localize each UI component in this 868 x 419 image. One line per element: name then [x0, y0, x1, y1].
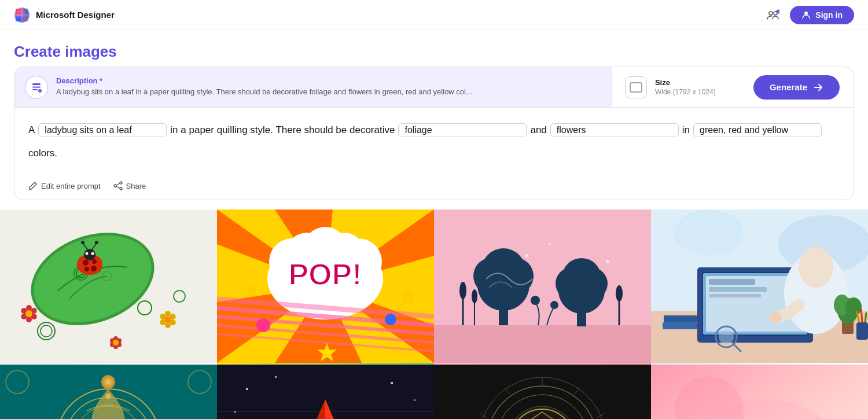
svg-point-6: [769, 12, 773, 15]
size-label: Size: [655, 78, 716, 87]
svg-rect-11: [32, 83, 41, 85]
svg-rect-99: [434, 325, 651, 363]
image-cell-pixel[interactable]: [217, 365, 434, 419]
size-icon: [625, 76, 647, 98]
share-prompt-button[interactable]: Share: [113, 181, 146, 190]
page-title: Create images: [14, 43, 854, 61]
prompt-suffix: colors.: [28, 144, 57, 163]
image-cell-laptop[interactable]: [651, 210, 868, 365]
svg-point-109: [496, 258, 534, 295]
prompt-editor: A in a paper quilling style. There shoul…: [14, 108, 854, 171]
pixel-svg: [217, 365, 434, 419]
size-text-block: Size Wide (1792 x 1024): [655, 78, 716, 96]
share-people-icon: +: [767, 9, 779, 21]
svg-rect-174: [217, 411, 434, 412]
edit-prompt-button[interactable]: Edit entire prompt: [28, 181, 101, 190]
prompt-input-flowers[interactable]: [550, 123, 679, 137]
quilling-svg: [0, 210, 217, 363]
svg-point-101: [459, 282, 466, 299]
svg-point-143: [845, 297, 862, 316]
svg-point-37: [91, 252, 94, 255]
image-cell-illustration[interactable]: [434, 210, 651, 365]
description-value: A ladybug sits on a leaf in a paper quil…: [56, 87, 472, 97]
page-title-accent: images: [65, 43, 117, 60]
svg-rect-129: [709, 279, 755, 285]
svg-point-33: [92, 259, 97, 264]
svg-rect-131: [709, 294, 761, 297]
svg-point-43: [26, 305, 32, 311]
share-label: Share: [126, 182, 146, 190]
generate-button[interactable]: Generate: [753, 75, 840, 100]
svg-rect-130: [709, 287, 767, 292]
svg-point-41: [95, 241, 98, 244]
svg-point-117: [550, 301, 558, 309]
app-name: Microsoft Designer: [36, 10, 115, 20]
svg-point-35: [91, 266, 97, 271]
prompt-input-subject[interactable]: [38, 123, 167, 137]
laptop-svg: [651, 210, 868, 363]
description-label: Description *: [56, 76, 472, 85]
svg-rect-16: [630, 83, 642, 92]
page-title-static: Create: [14, 43, 65, 60]
page-title-section: Create images: [0, 30, 868, 67]
svg-point-34: [84, 267, 89, 271]
svg-point-49: [25, 310, 32, 317]
svg-point-50: [165, 311, 171, 317]
image-cell-quilling[interactable]: [0, 210, 217, 365]
svg-point-114: [575, 267, 608, 300]
svg-line-147: [865, 313, 866, 322]
microsoft-logo: [14, 7, 30, 23]
svg-point-123: [674, 210, 744, 256]
svg-point-5: [14, 8, 30, 23]
svg-line-146: [861, 309, 862, 322]
svg-point-94: [385, 314, 396, 325]
svg-point-67: [113, 340, 119, 346]
svg-point-133: [799, 247, 833, 288]
arrow-right-icon: [813, 82, 823, 93]
svg-point-46: [26, 317, 32, 322]
svg-text:POP!: POP!: [288, 258, 362, 291]
svg-point-134: [770, 311, 781, 323]
svg-point-31: [84, 249, 95, 260]
svg-rect-13: [32, 89, 38, 90]
svg-rect-178: [275, 376, 277, 378]
svg-text:+: +: [39, 89, 41, 93]
image-cell-dark-circle[interactable]: [434, 365, 651, 419]
svg-point-17: [120, 182, 122, 184]
svg-rect-139: [664, 315, 697, 322]
image-grid: POP!: [0, 210, 868, 419]
share-people-button[interactable]: +: [764, 6, 782, 24]
sign-in-button[interactable]: Sign in: [790, 6, 854, 24]
svg-point-165: [106, 380, 111, 384]
svg-point-120: [606, 260, 609, 263]
image-cell-ornate[interactable]: [0, 365, 217, 419]
prompt-in: in: [682, 120, 690, 140]
svg-point-56: [164, 316, 171, 323]
image-cell-gradient[interactable]: [651, 365, 868, 419]
svg-point-36: [86, 252, 89, 255]
svg-point-32: [83, 260, 89, 266]
edit-icon: [28, 181, 38, 190]
prompt-middle1: in a paper quilling style. There should …: [170, 120, 395, 140]
pop-svg: POP!: [217, 210, 434, 363]
svg-point-95: [247, 286, 256, 295]
svg-rect-181: [234, 411, 236, 413]
svg-point-10: [804, 12, 808, 15]
prompt-top-row: + Description * A ladybug sits on a leaf…: [14, 67, 854, 108]
svg-rect-179: [391, 382, 393, 384]
image-cell-pop[interactable]: POP!: [217, 210, 434, 365]
gradient-svg: [651, 365, 868, 419]
svg-text:+: +: [778, 10, 779, 13]
prompt-editor-line: A in a paper quilling style. There shoul…: [28, 120, 840, 163]
prompt-input-foliage[interactable]: [398, 123, 527, 137]
description-icon: +: [25, 76, 48, 99]
size-rectangle-icon: [630, 82, 642, 93]
svg-rect-180: [414, 399, 415, 401]
text-icon: +: [30, 81, 43, 94]
svg-point-40: [81, 241, 84, 244]
svg-point-155: [105, 394, 111, 399]
dark-circle-svg: [434, 365, 651, 419]
account-icon: [801, 10, 811, 20]
svg-point-118: [525, 254, 528, 258]
prompt-input-colors[interactable]: [693, 123, 822, 137]
